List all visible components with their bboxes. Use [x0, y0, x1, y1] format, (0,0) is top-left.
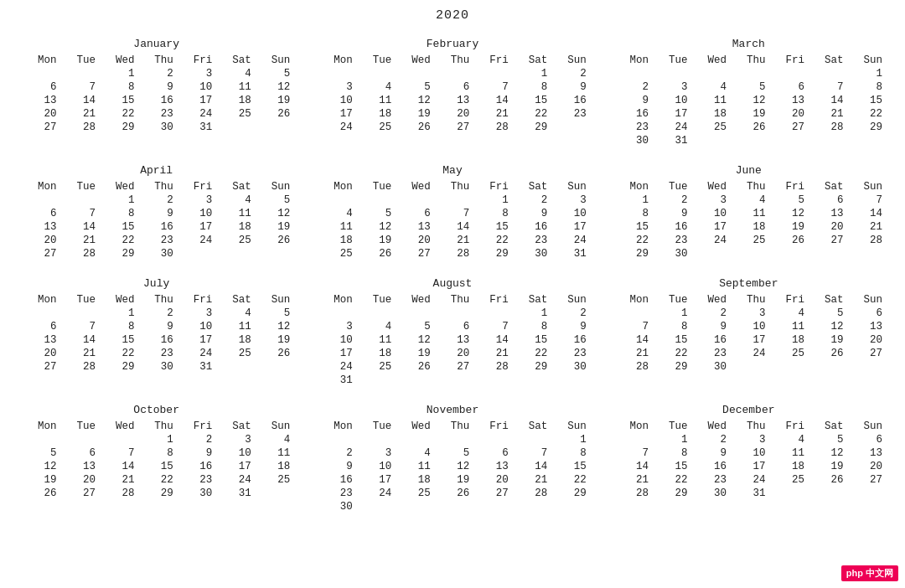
day-cell: 6 — [846, 307, 885, 320]
day-cell: 8 — [613, 207, 651, 220]
day-header: Mon — [613, 180, 651, 193]
day-cell: 9 — [690, 320, 729, 333]
day-cell — [729, 360, 768, 374]
day-cell: 30 — [137, 247, 175, 260]
day-cell: 30 — [137, 121, 175, 134]
day-cell: 8 — [98, 320, 137, 333]
day-cell: 12 — [20, 460, 59, 473]
day-cell: 13 — [433, 333, 472, 347]
day-cell: 1 — [98, 193, 137, 207]
day-cell — [59, 307, 97, 320]
day-cell: 13 — [807, 207, 846, 220]
day-cell: 2 — [550, 307, 589, 320]
day-cell: 16 — [690, 460, 729, 473]
day-cell — [472, 433, 510, 446]
day-cell: 11 — [355, 94, 394, 107]
day-header: Sun — [846, 293, 885, 307]
week-row: 78910111213 — [613, 320, 885, 333]
month-title: July — [20, 277, 292, 290]
day-cell: 13 — [472, 460, 510, 473]
day-cell: 8 — [472, 207, 510, 220]
day-cell: 18 — [316, 234, 354, 247]
day-cell: 22 — [651, 347, 690, 360]
month-table: MonTueWedThuFriSatSun1234567891011121314… — [613, 293, 885, 374]
day-cell: 21 — [613, 347, 651, 360]
day-cell — [613, 307, 651, 320]
day-cell: 2 — [690, 433, 729, 446]
day-header: Sat — [215, 420, 253, 433]
day-cell: 10 — [215, 446, 253, 460]
day-cell: 2 — [550, 67, 589, 80]
day-cell: 5 — [254, 193, 293, 207]
week-row: 242526272829 — [316, 121, 588, 134]
day-cell: 26 — [254, 234, 293, 247]
day-cell: 3 — [176, 67, 215, 80]
day-cell: 31 — [729, 487, 768, 500]
day-cell: 13 — [20, 333, 59, 347]
day-cell: 22 — [472, 234, 510, 247]
month-block-june: JuneMonTueWedThuFriSatSun123456789101112… — [601, 156, 897, 269]
day-cell: 11 — [215, 207, 253, 220]
day-cell — [394, 307, 432, 320]
day-header: Sun — [550, 420, 589, 433]
day-cell: 9 — [137, 320, 175, 333]
day-cell: 8 — [511, 320, 550, 333]
day-cell: 7 — [613, 320, 651, 333]
day-cell — [846, 360, 885, 374]
day-cell: 12 — [807, 446, 846, 460]
week-row: 123 — [316, 193, 588, 207]
day-cell — [433, 67, 472, 80]
day-header: Tue — [651, 420, 690, 433]
week-row: 31 — [316, 374, 588, 387]
day-cell: 7 — [846, 193, 885, 207]
week-row: 3456789 — [316, 80, 588, 94]
month-title: February — [316, 38, 588, 50]
day-cell: 26 — [807, 473, 846, 487]
day-cell: 24 — [729, 347, 768, 360]
day-cell: 1 — [511, 307, 550, 320]
day-cell: 20 — [768, 107, 807, 121]
day-cell: 18 — [690, 107, 729, 121]
month-title: May — [316, 164, 588, 177]
day-cell — [472, 307, 510, 320]
week-row: 12 — [316, 67, 588, 80]
day-cell: 6 — [433, 80, 472, 94]
day-cell: 23 — [690, 473, 729, 487]
day-cell: 9 — [137, 207, 175, 220]
day-header: Sun — [254, 293, 293, 307]
day-cell: 19 — [768, 220, 807, 234]
day-cell: 23 — [137, 347, 175, 360]
day-cell: 8 — [137, 446, 175, 460]
day-header: Fri — [472, 420, 510, 433]
day-cell: 11 — [254, 446, 293, 460]
day-header: Fri — [176, 420, 215, 433]
day-header: Sun — [846, 180, 885, 193]
day-cell — [768, 487, 807, 500]
day-header: Thu — [137, 54, 175, 67]
day-cell: 25 — [729, 234, 768, 247]
week-row: 3456789 — [316, 320, 588, 333]
day-cell: 13 — [20, 220, 59, 234]
day-header: Tue — [355, 180, 394, 193]
day-cell: 21 — [59, 234, 97, 247]
day-cell: 29 — [651, 360, 690, 374]
day-cell — [550, 500, 589, 513]
day-cell: 28 — [433, 247, 472, 260]
day-cell: 23 — [176, 473, 215, 487]
day-cell: 31 — [316, 374, 354, 387]
day-cell: 10 — [651, 94, 690, 107]
day-cell: 30 — [690, 360, 729, 374]
day-header: Wed — [98, 54, 137, 67]
day-cell: 29 — [98, 121, 137, 134]
day-cell: 6 — [846, 433, 885, 446]
day-cell: 7 — [98, 446, 137, 460]
week-row: 16171819202122 — [613, 107, 885, 121]
day-cell: 18 — [215, 94, 253, 107]
day-cell: 4 — [215, 307, 253, 320]
day-cell: 19 — [807, 333, 846, 347]
day-cell: 2 — [613, 80, 651, 94]
day-cell — [254, 121, 293, 134]
day-cell — [807, 487, 846, 500]
day-cell: 9 — [316, 460, 354, 473]
day-cell — [550, 121, 589, 134]
